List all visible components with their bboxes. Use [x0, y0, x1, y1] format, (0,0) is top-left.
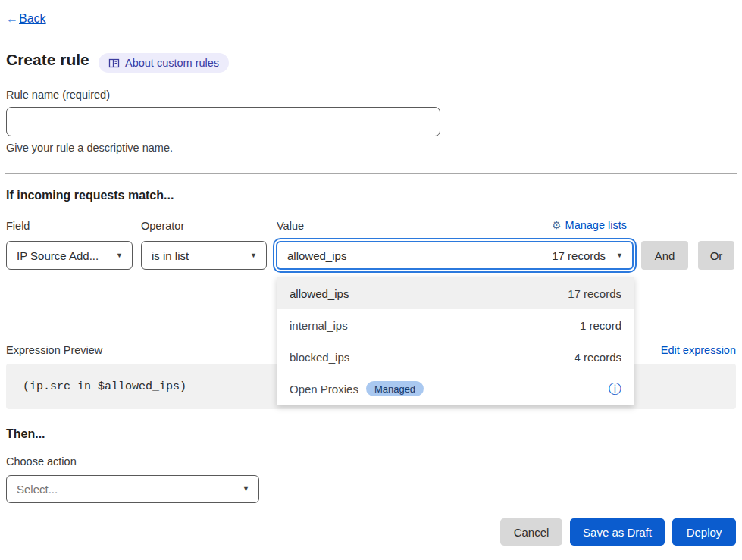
or-button[interactable]: Or	[698, 241, 734, 270]
chevron-down-icon: ▼	[116, 252, 123, 259]
field-select[interactable]: IP Source Add... ▼	[6, 241, 133, 270]
chevron-down-icon: ▼	[250, 252, 257, 259]
list-option-internal-ips[interactable]: internal_ips 1 record	[277, 309, 634, 341]
value-select-count: 17 records	[552, 249, 606, 262]
list-option-open-proxies[interactable]: Open Proxies Managed ⓘ	[277, 373, 634, 405]
list-option-name: internal_ips	[290, 319, 348, 332]
edit-expression-link[interactable]: Edit expression	[661, 344, 736, 356]
expression-preview-label: Expression Preview	[6, 344, 102, 356]
chevron-down-icon: ▼	[616, 252, 623, 259]
operator-select-value: is in list	[152, 249, 189, 262]
chevron-down-icon: ▼	[243, 486, 249, 493]
save-as-draft-button[interactable]: Save as Draft	[570, 518, 665, 546]
rule-name-label: Rule name (required)	[6, 89, 110, 101]
list-option-count: 17 records	[568, 287, 621, 300]
and-button[interactable]: And	[641, 241, 688, 270]
about-custom-rules-label: About custom rules	[125, 57, 219, 69]
action-select-placeholder: Select...	[17, 483, 58, 496]
rule-name-helper: Give your rule a descriptive name.	[6, 142, 173, 154]
section-divider	[5, 173, 737, 174]
create-rule-page: ←Back Create rule About custom rules Rul…	[0, 0, 742, 560]
cancel-button[interactable]: Cancel	[500, 518, 562, 546]
field-select-value: IP Source Add...	[17, 249, 99, 262]
value-select[interactable]: allowed_ips 17 records ▼	[276, 241, 634, 270]
then-section-heading: Then...	[6, 427, 45, 441]
action-select[interactable]: Select... ▼	[6, 475, 259, 503]
list-option-blocked-ips[interactable]: blocked_ips 4 records	[277, 341, 634, 373]
back-link[interactable]: ←Back	[6, 12, 46, 26]
choose-action-label: Choose action	[6, 455, 77, 468]
operator-select[interactable]: is in list ▼	[141, 241, 267, 270]
list-option-name: Open Proxies	[290, 383, 358, 396]
page-title: Create rule	[6, 51, 89, 69]
manage-lists-label: Manage lists	[565, 219, 627, 231]
info-icon[interactable]: ⓘ	[609, 383, 621, 396]
field-label: Field	[6, 220, 30, 232]
list-option-name: allowed_ips	[290, 287, 349, 300]
rule-name-input[interactable]	[6, 107, 440, 136]
operator-label: Operator	[141, 220, 184, 232]
manage-lists-link[interactable]: ⚙ Manage lists	[552, 219, 635, 231]
list-option-count: 1 record	[580, 319, 621, 332]
book-icon	[108, 58, 120, 69]
gear-icon: ⚙	[552, 219, 562, 231]
list-option-allowed-ips[interactable]: allowed_ips 17 records	[277, 277, 634, 309]
match-section-heading: If incoming requests match...	[6, 189, 174, 202]
managed-badge: Managed	[366, 381, 424, 396]
about-custom-rules-link[interactable]: About custom rules	[99, 53, 229, 73]
value-select-name: allowed_ips	[287, 249, 346, 262]
value-dropdown-panel: allowed_ips 17 records internal_ips 1 re…	[277, 277, 634, 405]
back-link-label: Back	[19, 12, 46, 25]
list-option-count: 4 records	[574, 351, 621, 364]
list-option-name: blocked_ips	[290, 351, 349, 364]
deploy-button[interactable]: Deploy	[672, 518, 736, 546]
value-label: Value	[277, 220, 304, 232]
expression-code: (ip.src in $allowed_ips)	[23, 380, 186, 393]
back-arrow-icon: ←	[6, 12, 18, 26]
